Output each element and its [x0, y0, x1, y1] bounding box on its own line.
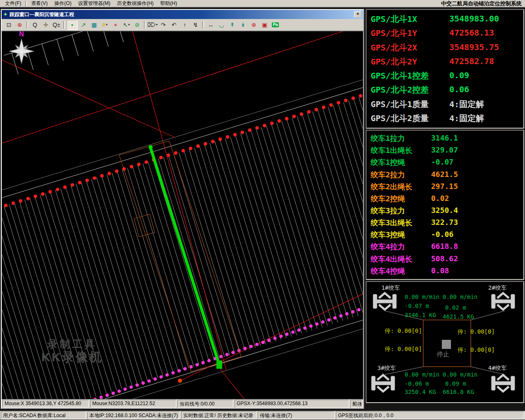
winch-row: 绞车4出绳长508.62: [367, 254, 523, 264]
pick-arrow-icon-glyph: ↖: [123, 22, 128, 28]
catenary-curve-icon[interactable]: ◡: [216, 20, 227, 30]
grid-icon-glyph: #: [102, 22, 105, 28]
winch-row: 绞车4控绳0.08: [367, 266, 523, 276]
winch-row: 绞车3控绳-0.06: [367, 230, 523, 240]
menu-operate[interactable]: 操作(O): [51, 0, 74, 7]
undo-icon[interactable]: ↶: [169, 20, 179, 30]
menu-help[interactable]: 帮助(H): [157, 0, 180, 7]
ip-scada-field: 本地IP:192.168.0.100 SCADA:未连接(7): [87, 411, 180, 419]
menu-bar: 文件(F) 查看(V) 操作(O) 设置管理器(M) 历史数据操作(H) 帮助(…: [0, 0, 525, 8]
gps-row-label: GPS/北斗2X: [371, 43, 417, 52]
anchor-raise-icon[interactable]: ↟: [227, 20, 237, 30]
winch2-label: 2#绞车: [488, 284, 507, 292]
pick-arrow-icon[interactable]: ↖▾: [121, 20, 132, 30]
pan-icon-glyph: ✛: [43, 22, 48, 28]
winch1-force: 3146.1 KG: [405, 312, 436, 318]
menu-view[interactable]: 查看(V): [28, 0, 51, 7]
close-button[interactable]: ×: [354, 11, 362, 18]
toolbar-separator: [26, 21, 28, 29]
winch-row-value: 6618.8: [431, 242, 458, 251]
data-panel-column: GPS/北斗1X3548983.00GPS/北斗1Y472568.13GPS/北…: [366, 9, 524, 403]
menu-settings-manager[interactable]: 设置管理器(M): [75, 0, 114, 7]
menu-history-data[interactable]: 历史数据操作(H): [114, 0, 157, 7]
hull-angle-field: 船体角: [350, 400, 362, 408]
width-measure-icon-glyph: ↔: [208, 22, 214, 28]
dropdown-caret-icon[interactable]: ▾: [106, 23, 108, 26]
stop-button-square[interactable]: [442, 340, 451, 349]
gps-row-label: GPS/北斗1Y: [371, 28, 417, 38]
zoom-in-out-icon[interactable]: Q±: [51, 20, 62, 30]
no-draw-icon[interactable]: ⊘: [132, 20, 142, 30]
gps-row-label: GPS/北斗1X: [371, 14, 417, 24]
winch-panel: 绞车1拉力3146.1绞车1出绳长329.07绞车1控绳-0.07绞车2拉力46…: [366, 130, 524, 280]
winch4-icon: [491, 375, 515, 391]
pa-tool-icon[interactable]: Pa: [270, 20, 280, 30]
winch-row: 绞车1控绳-0.07: [367, 158, 523, 167]
stop-button-label[interactable]: 停止: [437, 351, 449, 358]
anchor-raise-icon-glyph: ↟: [230, 22, 235, 28]
grid-icon[interactable]: #▾: [100, 20, 110, 30]
toolbar-separator: [202, 21, 204, 29]
width-measure-icon[interactable]: ↔: [206, 20, 216, 30]
zoom-window-icon-glyph: Q: [33, 22, 37, 28]
winch4-speed: 0.00 m/min: [443, 371, 477, 378]
winch-row-value: 3146.1: [431, 134, 458, 142]
winch-row-value: 297.15: [431, 182, 458, 191]
winch-row: 绞车3出绳长322.73: [367, 218, 523, 228]
toolbar-separator: [63, 21, 65, 29]
window-titlebar[interactable]: ✦ 跟踪窗口---襄阳沉管隧道工程 ×: [2, 10, 363, 19]
gps-row-value: 3548935.75: [449, 42, 499, 52]
gps-row-label: GPS/北斗2Y: [371, 57, 417, 67]
winch-row-label: 绞车2出绳长: [371, 182, 412, 191]
gps-row-label: GPS/北斗1质量: [371, 99, 429, 109]
zigzag-route-icon[interactable]: ↯: [190, 20, 201, 30]
undo-icon-glyph: ↶: [172, 22, 177, 28]
camera-view-icon[interactable]: ▣: [259, 20, 270, 30]
fit-extents-icon-glyph: ⊡: [7, 22, 12, 28]
fit-extents-icon[interactable]: ⊡: [4, 20, 14, 30]
winch-row-label: 绞车3控绳: [371, 230, 405, 239]
eraser-icon[interactable]: ⌦▾: [147, 20, 158, 30]
center-target-icon-glyph: ⊕: [17, 22, 22, 28]
display-settings-icon[interactable]: ▦: [89, 20, 99, 30]
tunnel-axis-line: [149, 145, 222, 369]
dropdown-caret-icon[interactable]: ▾: [128, 23, 130, 26]
target-mark-icon[interactable]: ⌖: [110, 20, 121, 30]
system-title: 中交二航局自动锚泊定位控制系统: [441, 0, 523, 7]
winch-row-label: 绞车1控绳: [371, 158, 405, 167]
winch-row-value: 0.08: [431, 266, 449, 275]
watermark-line2: KK录像机: [41, 351, 103, 364]
winch3-rope: -0.06 m: [405, 380, 429, 387]
zoom-in-out-icon-glyph: Q±: [53, 22, 60, 28]
resize-grip[interactable]: [357, 402, 362, 407]
pan-icon[interactable]: ✛: [41, 20, 51, 30]
anchor-lower-icon-glyph: ↡: [241, 22, 246, 28]
winch2-stop-status: 停: 0.00[0]: [458, 328, 495, 336]
menu-file[interactable]: 文件(F): [2, 0, 24, 7]
add-point-icon[interactable]: ↗: [78, 20, 89, 30]
winch4-force: 6618.8 KG: [443, 389, 474, 395]
track-point-icon[interactable]: ▪: [67, 20, 78, 30]
winch-diagram-panel: 1#绞车 2#绞车 0.00 m/min 0.00 m/min -0.07 m …: [366, 281, 524, 403]
gps-target-icon-glyph: ⊕: [252, 22, 257, 28]
cad-canvas[interactable]: N 录制工具 KK录像机: [2, 31, 363, 399]
track-point-icon-glyph: ▪: [71, 22, 73, 28]
winch-row: 绞车4拉力6618.8: [367, 242, 523, 252]
winch-row-label: 绞车4拉力: [371, 242, 405, 251]
mouse-xy-field: Mouse:X 3549013.36,Y 472545.80: [2, 400, 89, 408]
gps-row: GPS/北斗2控差0.06: [367, 84, 523, 95]
dropdown-caret-icon[interactable]: ▾: [156, 23, 158, 26]
winch1-speed: 0.00 m/min: [405, 294, 439, 300]
gps-target-icon[interactable]: ⊕: [249, 20, 259, 30]
center-target-icon[interactable]: ⊕: [14, 20, 25, 30]
redo-icon[interactable]: ↷: [158, 20, 168, 30]
redo-icon-glyph: ↷: [161, 22, 166, 28]
arrow-up-icon[interactable]: ↑: [180, 20, 190, 30]
winch-row: 绞车1拉力3146.1: [367, 134, 523, 143]
zoom-window-icon[interactable]: Q: [30, 20, 40, 30]
gps-row-label: GPS/北斗1控差: [371, 71, 429, 81]
zigzag-route-icon-glyph: ↯: [193, 22, 198, 28]
anchor-lower-icon[interactable]: ↡: [238, 20, 248, 30]
gps-row-value: 472582.78: [449, 56, 494, 66]
gps-row-value: 4:固定解: [449, 99, 484, 110]
